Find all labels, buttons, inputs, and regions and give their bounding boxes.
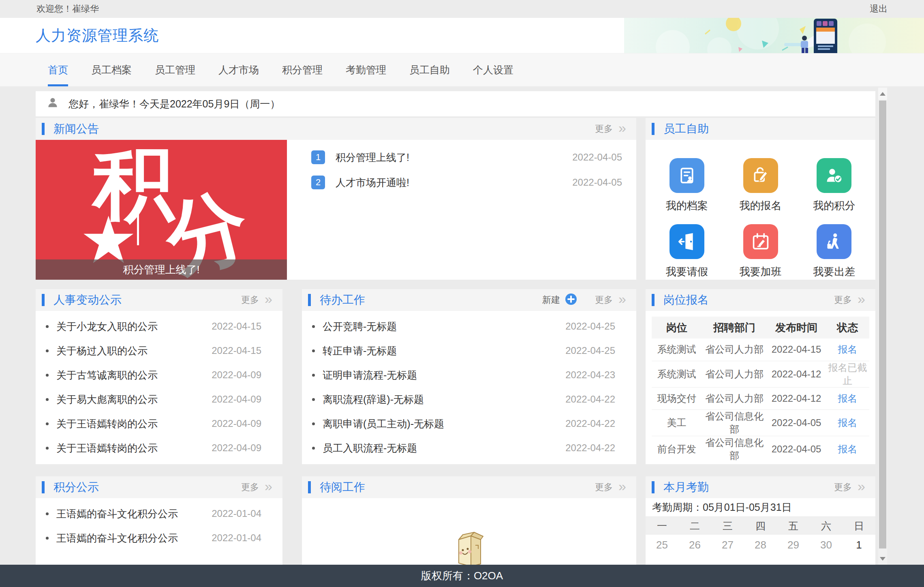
accent-bar [652,294,654,306]
signup-link[interactable]: 报名 [838,393,857,404]
calendar-day[interactable]: 27 [711,535,744,555]
plus-circle-icon [565,293,577,307]
list-item[interactable]: 转正申请-无标题2022-04-25 [302,338,636,363]
scroll-down-button[interactable] [878,553,887,565]
list-item[interactable]: 关于王语嫣转岗的公示2022-04-09 [36,411,282,436]
news-section-header: 新闻公告 更多 » [36,118,636,140]
tile-my-points[interactable]: 我的积分 [802,158,866,213]
toread-header: 待阅工作 更多 » [302,476,636,498]
tab-employee-archive[interactable]: 员工档案 [91,54,132,86]
news-number-badge: 2 [311,176,325,189]
tab-employee-selfservice[interactable]: 员工自助 [409,54,450,86]
job-signup-more-button[interactable]: 更多 » [834,294,865,306]
double-chevron-icon: » [618,479,626,493]
vertical-scrollbar[interactable] [878,88,887,565]
bullet-dot [46,537,49,540]
calendar-day[interactable]: 30 [810,535,843,555]
list-item[interactable]: 关于杨过入职的公示2022-04-15 [36,338,282,363]
list-item[interactable]: 关于王语嫣转岗的公示2022-04-09 [36,436,282,460]
double-chevron-icon: » [618,121,626,135]
tab-talent-market[interactable]: 人才市场 [218,54,259,86]
new-task-button[interactable]: 新建 [542,293,577,307]
job-signup-body: 岗位 招聘部门 发布时间 状态 系统测试 省公司人力部 2022-04-15 报… [646,311,875,464]
calendar-day[interactable]: 25 [646,535,678,555]
exit-door-icon [669,224,704,259]
bullet-dot [312,325,315,328]
job-signup-section: 岗位报名 更多 » 岗位 招聘部门 发布时间 状态 系统测试 省公司人力部 20… [646,289,875,464]
tab-employee-management[interactable]: 员工管理 [155,54,195,86]
header-illustration [624,18,924,53]
tab-home[interactable]: 首页 [48,54,68,86]
section-title: 本月考勤 [663,480,709,495]
empty-box-illustration [453,531,486,565]
attendance-more-button[interactable]: 更多 » [834,481,865,493]
calendar-day[interactable]: 1 [843,535,875,555]
bullet-dot [312,447,315,450]
user-icon [47,96,59,111]
news-banner[interactable]: 积 分 ★ 积分管理上线了! [36,140,287,280]
list-item[interactable]: 王语嫣的奋斗文化积分公示2022-01-04 [36,501,282,526]
list-item[interactable]: 公开竞聘-无标题2022-04-25 [302,314,636,338]
calendar-day[interactable]: 28 [744,535,777,555]
news-item[interactable]: 1 积分管理上线了! 2022-04-05 [311,145,636,170]
list-item[interactable]: 关于古笃诚离职的公示2022-04-09 [36,363,282,387]
greeting-bar: 您好，崔绿华！今天是2022年05月9日（周一） [36,91,875,116]
points-more-button[interactable]: 更多 » [241,481,272,493]
todo-header: 待办工作 新建 更多 » [302,289,636,311]
list-item[interactable]: 关于易大彪离职的公示2022-04-09 [36,387,282,411]
job-signup-table: 岗位 招聘部门 发布时间 状态 系统测试 省公司人力部 2022-04-15 报… [652,317,869,462]
news-item[interactable]: 2 人才市场开通啦! 2022-04-05 [311,170,636,195]
hr-changes-list: 关于小龙女入职的公示2022-04-15 关于杨过入职的公示2022-04-15… [36,311,282,464]
banner-caption: 积分管理上线了! [36,259,287,280]
table-row: 系统测试 省公司人力部 2022-04-15 报名 [652,338,869,361]
scroll-up-button[interactable] [878,88,887,100]
calendar-day[interactable]: 29 [777,535,810,555]
accent-bar [42,294,45,306]
signup-link[interactable]: 报名 [838,344,857,355]
attendance-header: 本月考勤 更多 » [646,476,875,498]
app-header: 人力资源管理系统 [0,18,924,53]
accent-bar [308,294,311,306]
todo-more-button[interactable]: 更多 [595,294,613,306]
toread-body [302,498,636,565]
scrollbar-thumb[interactable] [879,101,886,548]
calendar-day[interactable]: 26 [678,535,711,555]
accent-bar [42,481,45,493]
points-list: 王语嫣的奋斗文化积分公示2022-01-04 王语嫣的奋斗文化积分公示2022-… [36,498,282,565]
tile-my-archive[interactable]: 我的档案 [654,158,719,213]
signup-edit-icon [743,158,778,193]
news-more-button[interactable]: 更多 » [595,123,626,135]
list-item[interactable]: 证明申请流程-无标题2022-04-23 [302,363,636,387]
bullet-dot [312,349,315,352]
news-list: 1 积分管理上线了! 2022-04-05 2 人才市场开通啦! 2022-04… [311,140,636,195]
list-item[interactable]: 离职申请(员工主动)-无标题2022-04-22 [302,411,636,436]
table-header-row: 岗位 招聘部门 发布时间 状态 [652,317,869,338]
section-title: 员工自助 [663,121,709,137]
signup-link[interactable]: 报名 [838,443,857,454]
double-chevron-icon: » [858,479,865,493]
bullet-dot [46,447,49,450]
tile-business-trip[interactable]: 我要出差 [802,224,866,279]
list-item[interactable]: 王语嫣的奋斗文化积分公示2022-01-04 [36,526,282,550]
tile-overtime[interactable]: 我要加班 [728,224,793,279]
weekday-header-row: 一 二 三 四 五 六 日 [646,517,875,535]
logout-button[interactable]: 退出 [870,3,888,15]
toread-more-button[interactable]: 更多 » [595,481,626,493]
bullet-dot [312,398,315,401]
bullet-dot [46,325,49,328]
table-row: 美工 省公司信息化部 2022-04-05 报名 [652,409,869,436]
tab-points-management[interactable]: 积分管理 [282,54,323,86]
tile-my-signup[interactable]: 我的报名 [728,158,793,213]
hr-changes-header: 人事变动公示 更多 » [36,289,282,311]
tile-request-leave[interactable]: 我要请假 [654,224,719,279]
bullet-dot [46,512,49,515]
list-item[interactable]: 员工入职流程-无标题2022-04-22 [302,436,636,460]
list-item[interactable]: 关于小龙女入职的公示2022-04-15 [36,314,282,338]
toread-section: 待阅工作 更多 » [302,476,636,565]
list-item[interactable]: 离职流程(辞退)-无标题2022-04-22 [302,387,636,411]
tab-attendance-management[interactable]: 考勤管理 [346,54,386,86]
accent-bar [652,123,654,135]
signup-link[interactable]: 报名 [838,417,857,428]
tab-personal-settings[interactable]: 个人设置 [473,54,513,86]
hr-changes-more-button[interactable]: 更多 » [241,294,272,306]
